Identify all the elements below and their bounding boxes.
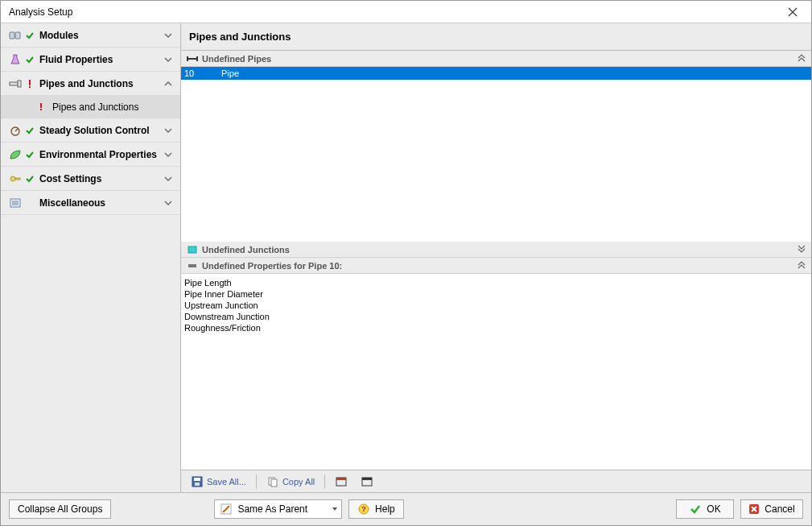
svg-rect-2 (10, 82, 18, 85)
check-icon (689, 503, 702, 515)
sidebar-item-label: Fluid Properties (39, 54, 163, 65)
svg-rect-19 (188, 264, 196, 267)
dropdown-arrow-icon (332, 503, 338, 515)
sidebar-item-label: Pipes and Junctions (39, 78, 163, 89)
copy-icon (266, 476, 279, 487)
property-item: Downstream Junction (183, 311, 810, 322)
cancel-button[interactable]: Cancel (740, 499, 803, 519)
section-undefined-junctions[interactable]: Undefined Junctions (181, 242, 811, 258)
check-icon (23, 172, 36, 185)
pipe-icon (186, 53, 199, 64)
footer-bar: Collapse All Groups Same As Parent ? Hel… (1, 493, 811, 525)
section-undefined-properties[interactable]: Undefined Properties for Pipe 10: (181, 258, 811, 274)
property-item: Pipe Length (183, 277, 810, 288)
sidebar: Modules Fluid Properties (1, 23, 181, 492)
undefined-properties-list: Pipe Length Pipe Inner Diameter Upstream… (181, 274, 811, 470)
svg-rect-18 (188, 246, 196, 253)
pipe-id: 10 (181, 68, 221, 78)
svg-rect-1 (15, 32, 20, 39)
window-title: Analysis Setup (9, 6, 72, 18)
panel-red-icon (335, 476, 348, 487)
sidebar-item-label: Cost Settings (39, 173, 163, 184)
collapse-up-icon (797, 53, 806, 64)
section-label: Undefined Pipes (202, 54, 797, 64)
same-as-parent-label: Same As Parent (237, 503, 307, 515)
close-button[interactable] (779, 3, 806, 21)
pipe-row[interactable]: 10 Pipe (181, 67, 811, 80)
sidebar-item-environmental[interactable]: Environmental Properties (1, 143, 180, 167)
chevron-down-icon (163, 54, 174, 65)
chevron-down-icon (163, 173, 174, 184)
view-mode-2-button[interactable] (356, 474, 378, 489)
pipes-icon (7, 77, 23, 90)
svg-rect-22 (195, 483, 200, 486)
check-icon (23, 29, 36, 42)
chevron-down-icon (163, 30, 174, 41)
save-all-label: Save All... (207, 477, 246, 487)
key-icon (7, 172, 23, 185)
section-undefined-pipes[interactable]: Undefined Pipes (181, 51, 811, 67)
cancel-label: Cancel (765, 503, 794, 515)
view-mode-1-button[interactable] (330, 474, 352, 489)
sidebar-item-pipes-junctions[interactable]: Pipes and Junctions (1, 72, 180, 96)
copy-all-button[interactable]: Copy All (262, 474, 319, 489)
leaf-icon (7, 148, 23, 161)
ok-button[interactable]: OK (676, 499, 734, 519)
check-icon (23, 53, 36, 66)
chevron-up-icon (163, 78, 174, 89)
list-icon (7, 197, 23, 209)
section-label: Undefined Junctions (202, 245, 797, 255)
cancel-icon (748, 503, 760, 515)
svg-rect-28 (362, 478, 372, 480)
sidebar-subitem-label: Pipes and Junctions (52, 101, 138, 113)
sidebar-item-label: Modules (39, 30, 163, 41)
svg-rect-5 (29, 86, 31, 88)
disk-icon (191, 476, 204, 487)
svg-point-9 (10, 176, 15, 181)
pipe-name: Pipe (221, 68, 811, 78)
svg-rect-6 (40, 103, 42, 108)
flask-icon (7, 53, 23, 66)
sidebar-item-misc[interactable]: Miscellaneous (1, 191, 180, 215)
help-label: Help (375, 503, 395, 515)
svg-rect-3 (18, 81, 21, 87)
check-icon (23, 148, 36, 161)
sidebar-item-steady-solution[interactable]: Steady Solution Control (1, 118, 180, 143)
sidebar-item-modules[interactable]: Modules (1, 23, 180, 48)
sidebar-item-cost[interactable]: Cost Settings (1, 167, 180, 191)
property-item: Upstream Junction (183, 300, 810, 311)
collapse-all-label: Collapse All Groups (18, 503, 102, 515)
collapse-up-icon (797, 260, 806, 271)
chevron-down-icon (163, 125, 174, 136)
sidebar-subitem-pipes-junctions[interactable]: Pipes and Junctions (1, 96, 180, 118)
svg-rect-7 (40, 109, 42, 110)
panel-top-icon (361, 476, 373, 487)
property-item: Roughness/Friction (183, 322, 810, 333)
save-all-button[interactable]: Save All... (186, 474, 251, 489)
chevron-down-icon (163, 149, 174, 160)
warning-icon (35, 101, 47, 114)
title-bar: Analysis Setup (1, 1, 811, 23)
copy-all-label: Copy All (282, 477, 315, 487)
property-item: Pipe Inner Diameter (183, 288, 810, 300)
svg-rect-0 (10, 32, 14, 39)
expand-down-icon (797, 244, 806, 255)
help-button[interactable]: ? Help (348, 499, 404, 519)
help-icon: ? (357, 503, 370, 515)
collapse-all-groups-button[interactable]: Collapse All Groups (9, 499, 111, 519)
pipes-list[interactable]: 10 Pipe (181, 67, 811, 242)
modules-icon (7, 29, 23, 42)
edit-icon (220, 503, 233, 515)
same-as-parent-dropdown[interactable]: Same As Parent (214, 499, 342, 519)
svg-rect-26 (336, 478, 346, 480)
dash-icon (186, 260, 199, 271)
check-icon (23, 124, 36, 137)
chevron-down-icon (163, 197, 174, 209)
sidebar-item-label: Steady Solution Control (39, 125, 163, 136)
svg-rect-4 (29, 80, 31, 85)
sidebar-item-fluid-properties[interactable]: Fluid Properties (1, 48, 180, 72)
blank-icon (23, 197, 36, 209)
svg-text:?: ? (361, 505, 366, 513)
sidebar-item-label: Environmental Properties (39, 149, 163, 160)
svg-rect-24 (271, 479, 277, 487)
